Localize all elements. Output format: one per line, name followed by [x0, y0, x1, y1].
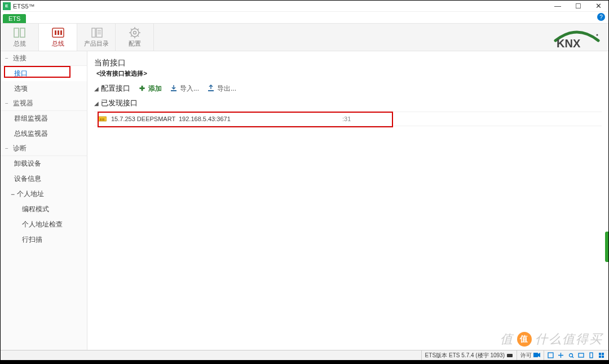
sidebar-group-connection[interactable]: −连接	[1, 51, 87, 66]
svg-text:KNX: KNX	[557, 37, 581, 48]
svg-rect-38	[599, 356, 601, 358]
sidebar-item-device-info[interactable]: 设备信息	[1, 171, 87, 187]
status-version: ETS版本 ETS 5.7.4 (楼宇 1093)	[421, 350, 517, 360]
add-label: 添加	[148, 84, 162, 94]
plus-icon: ✚	[138, 85, 146, 92]
sidebar-item-individual-address[interactable]: −个人地址	[1, 187, 87, 202]
tray-icon-4[interactable]	[578, 352, 585, 359]
tab-settings[interactable]: 配置	[116, 24, 154, 51]
tray-icon-5[interactable]	[588, 352, 595, 359]
svg-rect-34	[579, 353, 584, 357]
svg-line-19	[131, 35, 132, 37]
sidebar-item-address-check[interactable]: 个人地址检查	[1, 217, 87, 232]
import-label: 导入...	[180, 84, 199, 94]
video-icon	[533, 352, 540, 359]
import-button[interactable]: 导入...	[170, 84, 199, 94]
status-bar: ETS版本 ETS 5.7.4 (楼宇 1093) 许可	[1, 350, 608, 360]
tab-overview[interactable]: 总揽	[1, 24, 39, 51]
sidebar-item-interface[interactable]: 接口	[1, 66, 87, 81]
svg-rect-0	[14, 28, 19, 37]
collapse-icon: −	[5, 100, 11, 106]
no-interface-selected-text: <没有接口被选择>	[96, 69, 602, 78]
tray-icon-2[interactable]	[558, 352, 564, 359]
svg-rect-27	[102, 118, 103, 121]
svg-point-12	[133, 31, 136, 34]
ets-menu-tab[interactable]: ETS	[3, 14, 26, 23]
sidebar-item-group-monitor[interactable]: 群组监视器	[1, 111, 87, 126]
svg-rect-30	[533, 353, 538, 357]
window-title: ETS5™	[13, 3, 35, 10]
svg-rect-1	[20, 28, 25, 37]
svg-rect-7	[96, 28, 102, 37]
discovered-interfaces-header[interactable]: ◢已发现接口	[94, 98, 602, 108]
app-icon: E	[3, 2, 11, 10]
sidebar-group-monitor[interactable]: −监视器	[1, 96, 87, 111]
svg-point-22	[597, 34, 598, 36]
tab-catalog-label: 产品目录	[84, 39, 109, 48]
current-interface-title: 当前接口	[94, 58, 602, 68]
overview-icon	[13, 27, 27, 38]
add-button[interactable]: ✚添加	[138, 84, 162, 94]
svg-rect-39	[602, 356, 604, 358]
svg-rect-5	[60, 30, 62, 35]
sidebar-item-bus-monitor[interactable]: 总线监视器	[1, 126, 87, 141]
export-button[interactable]: 导出...	[207, 84, 236, 94]
svg-rect-23	[171, 90, 176, 91]
main-content: 当前接口 <没有接口被选择> ◢配置接口 ✚添加 导入... 导出... ◢已发…	[87, 51, 608, 350]
tab-bus[interactable]: 总线	[39, 24, 77, 51]
sidebar-item-line-scan[interactable]: 行扫描	[1, 232, 87, 247]
tab-bus-label: 总线	[52, 39, 64, 48]
sidebar-group-connection-label: 连接	[13, 54, 27, 63]
svg-point-32	[570, 353, 573, 357]
help-icon[interactable]: ?	[597, 13, 605, 21]
tray-icon-1[interactable]	[548, 352, 554, 359]
sidebar-group-diagnostics-label: 诊断	[13, 144, 27, 153]
svg-rect-4	[58, 30, 59, 35]
collapse-icon: −	[5, 145, 11, 152]
svg-rect-29	[507, 354, 513, 357]
svg-rect-31	[548, 353, 553, 358]
ribbon-toolbar: 总揽 总线 产品目录 配置 KNX	[1, 23, 608, 51]
tab-overview-label: 总揽	[14, 39, 26, 48]
import-icon	[170, 85, 178, 92]
sidebar-item-unload-device[interactable]: 卸载设备	[1, 156, 87, 171]
ip-interface-icon	[98, 116, 107, 122]
interface-row[interactable]: 15.7.253 DEEPSMART 192.168.5.43:3671 :31	[94, 112, 602, 126]
maximize-button[interactable]: ☐	[568, 2, 588, 10]
svg-rect-28	[103, 118, 104, 121]
sidebar-group-diagnostics[interactable]: −诊断	[1, 141, 87, 156]
export-label: 导出...	[217, 84, 236, 94]
sidebar-group-monitor-label: 监视器	[13, 99, 33, 108]
bus-icon	[51, 27, 65, 38]
catalog-icon	[90, 27, 103, 38]
tab-settings-label: 配置	[129, 39, 141, 48]
svg-rect-3	[55, 30, 56, 35]
collapse-icon: −	[5, 55, 11, 61]
close-button[interactable]: ✕	[588, 2, 608, 10]
dongle-icon	[506, 352, 513, 359]
svg-line-17	[131, 29, 132, 30]
tab-catalog[interactable]: 产品目录	[77, 24, 116, 51]
tray-icon-3[interactable]	[568, 352, 575, 359]
sidebar-item-options[interactable]: 选项	[1, 81, 87, 96]
interface-mac-tail: :31	[342, 116, 351, 122]
svg-line-33	[572, 357, 573, 358]
svg-rect-6	[92, 28, 95, 37]
config-interface-header[interactable]: ◢配置接口	[94, 83, 130, 94]
sidebar: −连接 接口 选项 −监视器 群组监视器 总线监视器 −诊断 卸载设备 设备信息…	[1, 51, 87, 350]
svg-line-18	[138, 35, 139, 37]
title-bar: E ETS5™ — ☐ ✕	[1, 1, 608, 12]
collapse-icon: −	[11, 190, 15, 198]
svg-line-20	[138, 29, 139, 30]
sidebar-item-programming-mode[interactable]: 编程模式	[1, 202, 87, 217]
status-version-value: ETS 5.7.4 (楼宇 1093)	[449, 352, 505, 359]
svg-rect-24	[208, 90, 214, 91]
menu-row: ETS ?	[1, 12, 608, 23]
minimize-button[interactable]: —	[548, 2, 568, 10]
status-tray	[544, 350, 608, 360]
tray-icon-6[interactable]	[598, 352, 605, 359]
scroll-handle[interactable]	[605, 232, 608, 262]
status-license[interactable]: 许可	[517, 350, 544, 360]
bottom-strip	[1, 360, 608, 363]
knx-logo: KNX	[553, 28, 601, 51]
